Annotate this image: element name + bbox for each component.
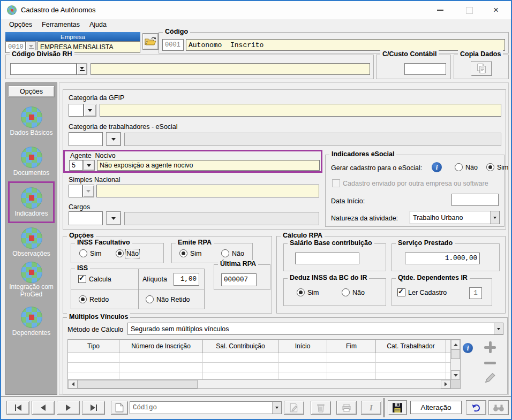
col-header-tipo[interactable]: Tipo [68, 340, 119, 353]
observacoes-icon[interactable] [21, 227, 42, 249]
nav-prev-button[interactable] [32, 401, 55, 415]
divisao-desc-field[interactable] [91, 63, 370, 75]
sidebar-item-integracao[interactable]: Integração com ProGed [6, 283, 57, 298]
agente-code-field[interactable]: 5 [69, 160, 83, 171]
codigo-name-field[interactable]: Autonomo Inscrito [186, 39, 505, 51]
dados-basicos-icon[interactable] [21, 106, 42, 128]
table-row[interactable] [68, 353, 450, 363]
cargos-dropdown-button[interactable] [106, 211, 121, 225]
h-scrollbar[interactable] [68, 379, 450, 388]
salario-base-field[interactable] [295, 253, 359, 264]
divisao-dropdown-button[interactable] [77, 63, 87, 75]
ccusto-field[interactable] [404, 63, 446, 75]
integracao-icon[interactable] [21, 262, 42, 283]
new-record-button[interactable] [111, 401, 128, 415]
divisao-code-field[interactable] [10, 63, 77, 75]
sidebar-item-dados-basicos[interactable]: Dados Básicos [6, 129, 57, 136]
calcula-checkbox-row[interactable]: Calcula [78, 275, 111, 283]
scroll-down-button[interactable] [451, 370, 460, 380]
documentos-icon[interactable] [21, 147, 42, 168]
emite-sim-radio[interactable]: Sim [179, 249, 202, 257]
metodo-calculo-combo[interactable]: Segurado sem múltiplos vínculos [127, 323, 503, 335]
v-scrollbar[interactable] [450, 340, 460, 388]
sidebar-item-indicadores[interactable]: Indicadores [6, 210, 57, 217]
nav-first-button[interactable] [6, 401, 29, 415]
cat-trab-dropdown-button[interactable] [106, 132, 121, 146]
delete-record-button[interactable] [311, 401, 331, 415]
find-button[interactable] [488, 400, 509, 415]
col-header-numero[interactable]: Número de Inscrição [119, 340, 203, 353]
nao-retido-radio[interactable]: Não Retido [146, 295, 190, 303]
sidebar-item-dependentes[interactable]: Dependentes [6, 329, 57, 337]
retido-radio[interactable]: Retido [79, 295, 109, 303]
scroll-thumb[interactable] [451, 349, 460, 359]
simples-code-field[interactable] [69, 185, 82, 197]
edit-record-button[interactable] [284, 401, 304, 415]
natureza-combo[interactable]: Trabalho Urbano [410, 211, 500, 224]
servico-prestado-field[interactable]: 1.000,00 [405, 253, 480, 264]
ler-cadastro-checkbox-row[interactable]: Ler Cadastro [397, 288, 447, 296]
edit-row-button[interactable] [483, 371, 497, 386]
combo-arrow-button[interactable] [272, 402, 281, 414]
nav-next-button[interactable] [57, 401, 80, 415]
sidebar-title-button[interactable]: Opções [8, 86, 55, 97]
menu-item-ajuda[interactable]: Ajuda [85, 19, 111, 32]
close-button[interactable]: × [486, 4, 506, 16]
calcula-checkbox[interactable] [78, 275, 86, 283]
sidebar-item-observacoes[interactable]: Observações [6, 250, 57, 257]
info-italic-button[interactable]: I [361, 401, 381, 415]
simples-desc-field[interactable] [96, 185, 319, 197]
scroll-up-button[interactable] [451, 340, 460, 349]
gfip-desc-field[interactable] [100, 104, 501, 117]
col-header-cat[interactable]: Cat. Trabalhador [376, 340, 446, 353]
cat-trab-code-field[interactable] [69, 132, 103, 146]
save-button[interactable] [388, 400, 407, 415]
undo-button[interactable] [466, 400, 486, 415]
emite-nao-radio[interactable]: Não [221, 249, 244, 257]
info-icon[interactable]: i [432, 162, 442, 172]
ler-cadastro-checkbox[interactable] [397, 288, 405, 296]
inss-nao-radio[interactable]: Não [116, 249, 139, 257]
gerar-nao-radio[interactable]: Não [455, 163, 478, 171]
menu-item-opcoes[interactable]: Opções [4, 19, 37, 32]
agente-desc-field[interactable]: Não exposição a agente nocivo [97, 160, 320, 171]
dependentes-icon[interactable] [21, 307, 42, 328]
radio-label: Sim [190, 250, 202, 257]
data-inicio-field[interactable] [451, 194, 499, 206]
add-row-button[interactable] [484, 341, 496, 353]
scroll-right-button[interactable] [441, 380, 450, 388]
combo-arrow-button[interactable] [494, 323, 503, 334]
minimize-button[interactable] [431, 4, 450, 16]
codigo-code-field[interactable]: 0001 [162, 39, 184, 51]
col-header-inicio[interactable]: Início [278, 340, 327, 353]
indicadores-icon[interactable] [21, 187, 42, 209]
combo-arrow-button[interactable] [490, 211, 499, 224]
agente-dropdown-button[interactable] [83, 160, 95, 171]
menu-item-ferramentas[interactable]: Ferramentas [37, 19, 85, 32]
ultima-rpa-field[interactable]: 000007 [221, 273, 257, 286]
gfip-code-field[interactable] [69, 104, 84, 117]
aliquota-field[interactable]: 1,00 [174, 273, 199, 286]
gfip-dropdown-button[interactable] [84, 104, 96, 117]
inss-sim-radio[interactable]: Sim [79, 249, 102, 257]
gerar-sim-radio[interactable]: Sim [486, 163, 509, 171]
nav-last-button[interactable] [82, 401, 105, 415]
print-button[interactable] [336, 401, 357, 415]
cargos-code-field[interactable] [69, 211, 103, 225]
col-header-fim[interactable]: Fim [327, 340, 376, 353]
table-row[interactable] [68, 363, 450, 372]
ultima-group-title: Última RPA [218, 260, 258, 268]
info-icon[interactable]: i [463, 343, 473, 353]
open-company-button[interactable] [142, 33, 159, 50]
remove-row-button[interactable] [484, 362, 496, 364]
col-header-sal[interactable]: Sal. Contribuição [203, 340, 278, 353]
table-row[interactable] [68, 372, 450, 379]
scroll-thumb[interactable] [78, 380, 198, 388]
search-field-combo[interactable]: Código [130, 401, 282, 414]
deduz-sim-radio[interactable]: Sim [297, 288, 319, 296]
sidebar-item-documentos[interactable]: Documentos [6, 169, 57, 177]
copy-data-button[interactable] [471, 61, 492, 76]
scroll-left-button[interactable] [68, 380, 78, 388]
maximize-button[interactable] [460, 4, 479, 16]
deduz-nao-radio[interactable]: Não [342, 288, 365, 296]
